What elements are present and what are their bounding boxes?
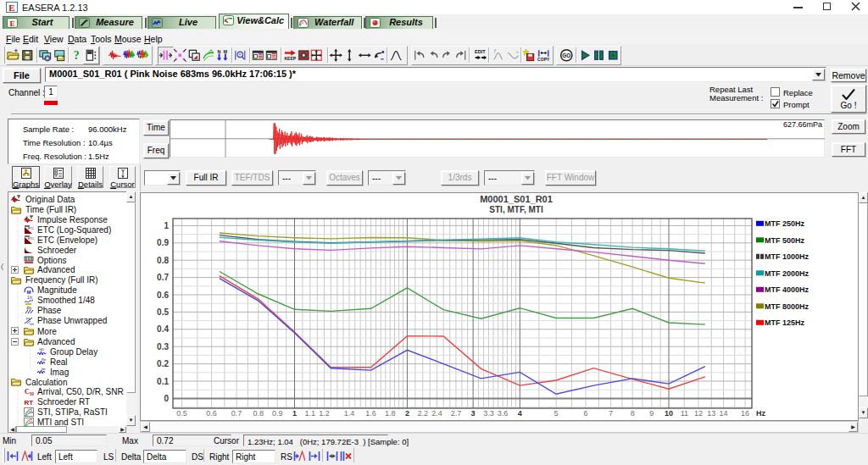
svg-text:STI, MTF, MTI: STI, MTF, MTI — [489, 205, 543, 214]
svg-text:0.9: 0.9 — [157, 238, 169, 247]
svg-text:Un: Un — [30, 321, 34, 325]
svg-text:ETC: ETC — [28, 236, 34, 240]
svg-text:7: 7 — [609, 409, 613, 418]
svg-text:?: ? — [74, 49, 80, 62]
svg-text:0.7: 0.7 — [157, 273, 169, 282]
svg-text:0.6: 0.6 — [157, 291, 169, 300]
svg-text:0.8: 0.8 — [157, 256, 169, 265]
svg-text:9: 9 — [649, 409, 654, 418]
svg-text:f: f — [493, 48, 496, 54]
svg-text:1.6: 1.6 — [365, 409, 376, 418]
svg-text:5: 5 — [554, 409, 559, 418]
svg-text:GD: GD — [39, 347, 44, 352]
svg-text:0.1: 0.1 — [157, 377, 169, 386]
svg-text:0.7: 0.7 — [231, 409, 242, 418]
svg-text:2: 2 — [405, 409, 409, 418]
svg-text:3.6: 3.6 — [498, 409, 509, 418]
svg-text:14: 14 — [719, 409, 727, 418]
svg-text:16: 16 — [741, 409, 749, 418]
svg-text:12: 12 — [694, 409, 703, 418]
svg-text:10: 10 — [665, 409, 673, 418]
svg-text:1.2: 1.2 — [319, 409, 330, 418]
svg-text:13: 13 — [707, 409, 715, 418]
svg-text:0.2: 0.2 — [157, 359, 169, 368]
svg-text:2.2: 2.2 — [417, 409, 428, 418]
svg-text:3: 3 — [471, 409, 476, 418]
svg-text:8: 8 — [631, 409, 635, 418]
svg-text:M: M — [223, 49, 227, 54]
svg-text:1.8: 1.8 — [385, 409, 396, 418]
svg-text:50: 50 — [30, 392, 35, 396]
svg-text:COPY: COPY — [537, 57, 550, 62]
svg-text:MTF 500Hz: MTF 500Hz — [765, 236, 805, 245]
svg-text:4: 4 — [518, 409, 522, 418]
svg-text:N: N — [217, 49, 220, 54]
svg-text:1.1: 1.1 — [305, 409, 316, 418]
svg-text:1: 1 — [164, 221, 169, 230]
svg-text:0.3: 0.3 — [157, 342, 169, 352]
svg-text:HTP: HTP — [24, 413, 29, 417]
svg-text:ETC: ETC — [28, 226, 34, 230]
svg-text:1: 1 — [292, 409, 297, 418]
svg-text:0.5: 0.5 — [176, 409, 187, 418]
svg-text:0.8: 0.8 — [253, 409, 264, 418]
svg-text:6: 6 — [583, 409, 587, 418]
svg-text:1/n: 1/n — [27, 296, 33, 300]
svg-text:2.7: 2.7 — [451, 409, 462, 418]
svg-text:0.5: 0.5 — [157, 307, 169, 317]
svg-text:HTP: HTP — [24, 423, 29, 427]
svg-text:GO: GO — [562, 53, 570, 58]
svg-text:MTF 125Hz: MTF 125Hz — [765, 318, 805, 327]
svg-text:2.4: 2.4 — [431, 409, 442, 418]
svg-text:0: 0 — [164, 394, 169, 403]
svg-text:u: u — [516, 50, 519, 54]
svg-text:MTF 8000Hz: MTF 8000Hz — [765, 302, 810, 311]
svg-text:Re: Re — [42, 357, 47, 362]
svg-text:MTF 250Hz: MTF 250Hz — [765, 219, 805, 228]
svg-text:KEEP: KEEP — [284, 56, 296, 61]
svg-text:E: E — [9, 19, 14, 28]
svg-text:MTF 4000Hz: MTF 4000Hz — [765, 285, 810, 294]
svg-text:0.4: 0.4 — [157, 324, 169, 334]
svg-text:Hz: Hz — [756, 409, 765, 418]
svg-text:3.3: 3.3 — [483, 409, 494, 418]
svg-text:11: 11 — [681, 409, 688, 418]
svg-text:MTF 1000Hz: MTF 1000Hz — [765, 252, 810, 261]
svg-text:0.9: 0.9 — [272, 409, 283, 418]
svg-text:E: E — [8, 3, 14, 13]
svg-text:M0001_S01_R01: M0001_S01_R01 — [480, 194, 553, 204]
svg-text:RT: RT — [25, 398, 34, 406]
svg-text:MTF 2000Hz: MTF 2000Hz — [765, 269, 810, 278]
svg-text:M: M — [27, 289, 31, 294]
svg-text:1.4: 1.4 — [344, 409, 355, 418]
svg-text:0.6: 0.6 — [206, 409, 217, 418]
svg-text:Im: Im — [42, 367, 46, 371]
svg-text:EDIT: EDIT — [475, 49, 486, 54]
